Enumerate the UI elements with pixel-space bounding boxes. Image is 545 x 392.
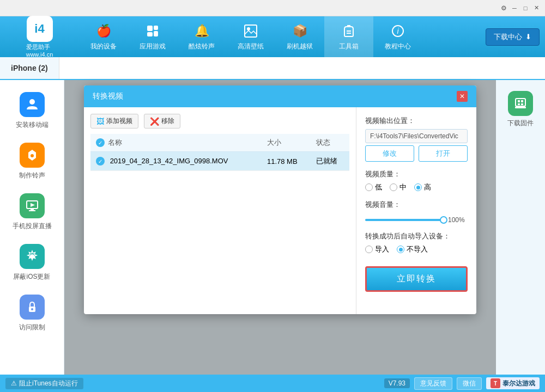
svg-rect-3 bbox=[154, 31, 158, 36]
sidebar-item-install-app[interactable]: 安装移动端 bbox=[0, 85, 64, 136]
import-yes[interactable]: 导入 bbox=[365, 244, 389, 254]
wechat-button[interactable]: 微信 bbox=[457, 377, 482, 390]
modal-overlay: 转换视频 ✕ 🖼 添加视频 ❌ bbox=[64, 80, 496, 375]
logo-symbol: i4 bbox=[34, 22, 44, 36]
auto-import-section: 转换成功后自动导入设备： 导入 不导入 bbox=[365, 231, 468, 254]
device-bar: iPhone (2) bbox=[0, 57, 545, 80]
version-badge: V7.93 bbox=[384, 378, 410, 388]
maximize-button[interactable]: □ bbox=[521, 4, 530, 13]
add-video-button[interactable]: 🖼 添加视频 bbox=[90, 114, 138, 128]
nav-item-toolbox[interactable]: 工具箱 bbox=[324, 16, 373, 57]
col-size: 大小 bbox=[262, 134, 311, 152]
nav-item-ringtone[interactable]: 🔔 酷炫铃声 bbox=[177, 16, 226, 57]
col-name-label: 名称 bbox=[108, 138, 122, 148]
nav-item-jailbreak[interactable]: 📦 刷机越狱 bbox=[275, 16, 324, 57]
add-video-label: 添加视频 bbox=[106, 117, 132, 126]
taird-logo: T 泰尔达游戏 bbox=[486, 377, 540, 389]
table-row[interactable]: ✓ 2019_04_28_13_42_IMG_0998.MOV 11.78 MB… bbox=[90, 152, 349, 171]
volume-slider-fill bbox=[365, 219, 444, 221]
svg-point-20 bbox=[31, 308, 33, 310]
sidebar-item-screen-live[interactable]: 手机投屏直播 bbox=[0, 187, 64, 237]
sidebar-item-block-ios[interactable]: 屏蔽iOS更新 bbox=[0, 237, 64, 288]
nav-item-my-device[interactable]: 🍎 我的设备 bbox=[79, 16, 128, 57]
quality-high[interactable]: 高 bbox=[414, 182, 431, 192]
import-yes-circle bbox=[365, 246, 373, 253]
sidebar-label-install-app: 安装移动端 bbox=[16, 120, 49, 130]
remove-video-label: 移除 bbox=[161, 117, 174, 126]
sidebar-label-block-ios: 屏蔽iOS更新 bbox=[13, 272, 50, 281]
video-quality-section: 视频质量： 低 中 bbox=[365, 169, 468, 192]
logo-icon: i4 bbox=[27, 16, 53, 42]
row-status-cell: 已就绪 bbox=[311, 152, 349, 171]
modal-body: 🖼 添加视频 ❌ 移除 bbox=[84, 107, 476, 314]
quality-low[interactable]: 低 bbox=[365, 182, 382, 192]
volume-slider-track[interactable] bbox=[365, 219, 444, 221]
modal-title: 转换视频 bbox=[93, 91, 123, 101]
svg-rect-4 bbox=[245, 25, 257, 37]
warning-text: 阻止iTunes自动运行 bbox=[19, 379, 78, 388]
volume-slider-row: 100% bbox=[365, 216, 468, 224]
svg-marker-17 bbox=[31, 203, 35, 207]
import-no-label: 不导入 bbox=[407, 244, 428, 254]
import-yes-label: 导入 bbox=[375, 244, 389, 254]
row-check-icon: ✓ bbox=[96, 157, 105, 166]
svg-rect-21 bbox=[516, 99, 525, 106]
file-table: ✓ 名称 大小 状态 bbox=[90, 134, 349, 171]
right-icon-download-firmware bbox=[508, 91, 533, 116]
modal-close-button[interactable]: ✕ bbox=[457, 91, 468, 102]
nav-label-tutorial: 教程中心 bbox=[385, 42, 411, 51]
taird-name: 泰尔达游戏 bbox=[502, 379, 535, 388]
sidebar-icon-screen-live bbox=[20, 193, 45, 218]
sidebar-icon-install-app bbox=[20, 92, 45, 117]
volume-slider-thumb[interactable] bbox=[440, 216, 447, 224]
nav-item-wallpaper[interactable]: 高清壁纸 bbox=[226, 16, 275, 57]
svg-rect-2 bbox=[154, 26, 158, 30]
quality-high-circle bbox=[414, 183, 422, 191]
modal-left-panel: 🖼 添加视频 ❌ 移除 bbox=[84, 107, 356, 314]
feedback-button[interactable]: 意见反馈 bbox=[414, 377, 452, 390]
nav-icon-toolbox bbox=[340, 22, 358, 40]
open-path-button[interactable]: 打开 bbox=[419, 145, 468, 162]
nav-item-app-games[interactable]: 应用游戏 bbox=[128, 16, 177, 57]
modal-toolbar: 🖼 添加视频 ❌ 移除 bbox=[90, 114, 349, 128]
output-btn-row: 修改 打开 bbox=[365, 145, 468, 162]
quality-mid[interactable]: 中 bbox=[390, 182, 407, 192]
close-button[interactable]: ✕ bbox=[532, 4, 541, 13]
right-item-download-firmware[interactable]: 下载固件 bbox=[507, 91, 534, 128]
svg-rect-1 bbox=[147, 32, 153, 36]
logo-text: 爱思助手 www.i4.cn bbox=[26, 43, 53, 58]
import-no-dot bbox=[399, 248, 403, 252]
nav-item-tutorial[interactable]: i 教程中心 bbox=[373, 16, 422, 57]
sidebar-label-access-limit: 访问限制 bbox=[19, 323, 45, 332]
nav-icon-app-games bbox=[144, 22, 161, 40]
svg-rect-22 bbox=[518, 100, 520, 102]
minimize-button[interactable]: ─ bbox=[510, 4, 519, 13]
video-volume-section: 视频音量： 100% bbox=[365, 200, 468, 224]
sidebar: 安装移动端 i 制作铃声 手机投屏直播 bbox=[0, 80, 64, 375]
remove-video-button[interactable]: ❌ 移除 bbox=[144, 114, 180, 128]
sidebar-item-make-ringtone[interactable]: i 制作铃声 bbox=[0, 136, 64, 187]
row-name-cell: ✓ 2019_04_28_13_42_IMG_0998.MOV bbox=[90, 152, 262, 171]
status-bar: ⚠ 阻止iTunes自动运行 V7.93 意见反馈 微信 T 泰尔达游戏 bbox=[0, 375, 545, 392]
download-center-label: 下载中心 bbox=[494, 32, 522, 42]
svg-rect-26 bbox=[515, 107, 526, 108]
table-header-row: ✓ 名称 大小 状态 bbox=[90, 134, 349, 152]
col-name: ✓ 名称 bbox=[90, 134, 262, 152]
main-content: 安装移动端 i 制作铃声 手机投屏直播 bbox=[0, 80, 545, 375]
status-right: V7.93 意见反馈 微信 T 泰尔达游戏 bbox=[384, 377, 540, 390]
modify-path-button[interactable]: 修改 bbox=[365, 145, 414, 162]
output-path-input[interactable] bbox=[365, 129, 468, 143]
nav-label-jailbreak: 刷机越狱 bbox=[287, 42, 313, 51]
nav-icon-jailbreak: 📦 bbox=[291, 22, 308, 40]
import-no[interactable]: 不导入 bbox=[397, 244, 428, 254]
sidebar-item-access-limit[interactable]: 访问限制 bbox=[0, 288, 64, 339]
download-center-button[interactable]: 下载中心 ⬇ bbox=[486, 28, 540, 46]
device-tab-iphone[interactable]: iPhone (2) bbox=[0, 57, 59, 79]
settings-icon[interactable]: ⚙ bbox=[499, 4, 508, 13]
output-location-section: 视频输出位置： 修改 打开 bbox=[365, 116, 468, 162]
import-radio-group: 导入 不导入 bbox=[365, 244, 468, 254]
convert-button[interactable]: 立即转换 bbox=[365, 266, 468, 292]
auto-import-label: 转换成功后自动导入设备： bbox=[365, 231, 468, 241]
svg-point-11 bbox=[29, 99, 35, 105]
nav-label-my-device: 我的设备 bbox=[90, 42, 117, 51]
